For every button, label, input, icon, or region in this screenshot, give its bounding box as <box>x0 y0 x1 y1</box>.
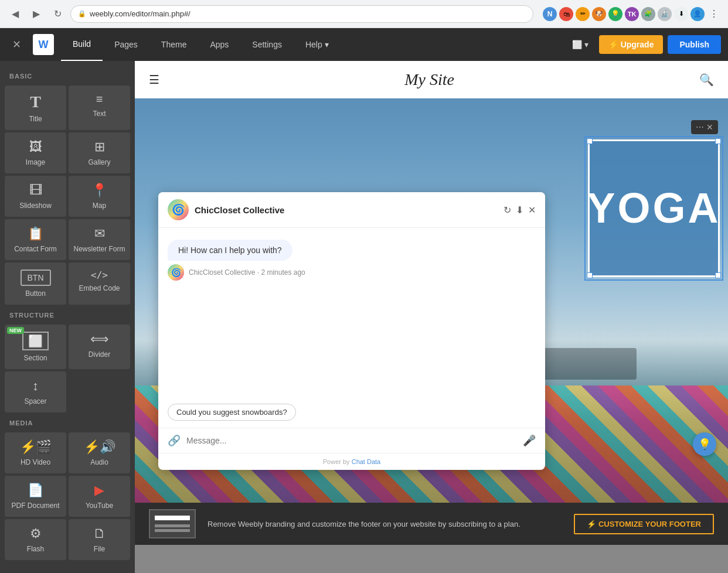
nav-close-button[interactable]: ✕ <box>7 35 26 54</box>
sidebar-item-text[interactable]: ≡ Text <box>69 86 130 130</box>
publish-button[interactable]: Publish <box>668 35 721 54</box>
spacer-icon: ↕ <box>32 378 39 394</box>
url-text: weebly.com/editor/main.php#/ <box>90 9 190 18</box>
upgrade-button[interactable]: ⚡ Upgrade <box>599 35 664 54</box>
text-icon: ≡ <box>96 93 103 106</box>
yoga-resize-handle-br[interactable] <box>715 272 721 278</box>
ext-menu: ⋮ <box>707 7 721 21</box>
nav-theme[interactable]: Theme <box>149 28 199 61</box>
customize-footer-button[interactable]: ⚡ CUSTOMIZE YOUR FOOTER <box>574 514 714 534</box>
ext-1: N <box>543 7 557 21</box>
sidebar-item-audio[interactable]: ⚡🔊 Audio <box>69 432 130 473</box>
chat-attach-button[interactable]: 🔗 <box>168 434 181 447</box>
address-bar[interactable]: 🔒 weebly.com/editor/main.php#/ <box>70 5 533 23</box>
promo-line-2 <box>155 524 190 527</box>
contact-form-icon: 📋 <box>28 226 43 241</box>
site-search-icon[interactable]: 🔍 <box>699 73 714 87</box>
info-button[interactable]: 💡 <box>693 432 716 456</box>
sidebar-item-button[interactable]: BTN Button <box>5 262 66 305</box>
nav-help[interactable]: Help ▾ <box>294 28 341 61</box>
sidebar-item-slideshow[interactable]: 🎞 Slideshow <box>5 176 66 217</box>
sidebar-item-image[interactable]: 🖼 Image <box>5 132 66 173</box>
chat-suggestion-snowboards[interactable]: Could you suggest snowboards? <box>168 404 296 421</box>
device-selector[interactable]: ⬜ ▾ <box>566 36 594 53</box>
youtube-icon: ▶ <box>94 483 104 498</box>
media-section-label: MEDIA <box>0 415 135 430</box>
chat-header: 🌀 ChicCloset Collective ↻ ⬇ ✕ <box>158 192 545 228</box>
button-label: Button <box>25 289 46 298</box>
sidebar-item-youtube[interactable]: ▶ YouTube <box>69 476 130 517</box>
nav-links: Build Pages Theme Apps Settings Help ▾ <box>61 28 566 61</box>
sidebar-item-section[interactable]: NEW ⬜ Section <box>5 325 66 369</box>
sidebar-item-file[interactable]: 🗋 File <box>69 519 130 560</box>
yoga-box-toolbar: ⋯ ✕ <box>691 120 718 134</box>
nav-settings[interactable]: Settings <box>240 28 294 61</box>
yoga-resize-handle-tl[interactable] <box>587 138 593 144</box>
sidebar-item-title[interactable]: T Title <box>5 86 66 130</box>
newsletter-form-icon: ✉ <box>94 226 105 241</box>
chat-sender-info: 🌀 ChicCloset Collective · 2 minutes ago <box>168 264 536 281</box>
flash-icon: ⚙ <box>30 526 42 541</box>
chat-greeting-bubble: Hi! How can I help you with? <box>168 240 292 261</box>
divider-icon: ⟺ <box>90 332 109 347</box>
yoga-toolbar-settings[interactable]: ⋯ <box>696 122 704 132</box>
structure-section-label: STRUCTURE <box>0 307 135 322</box>
top-nav: ✕ W Build Pages Theme Apps Settings Help… <box>0 28 728 61</box>
ext-7: 🧩 <box>641 7 655 21</box>
footer-promo-text: Remove Weebly branding and customize the… <box>207 520 562 528</box>
title-label: Title <box>29 115 42 123</box>
yoga-toolbar-close[interactable]: ✕ <box>706 122 713 132</box>
chat-input-area: 🔗 🎤 <box>158 428 545 453</box>
hd-video-label: HD Video <box>21 458 50 466</box>
pdf-document-icon: 📄 <box>28 483 43 498</box>
nav-pages[interactable]: Pages <box>103 28 149 61</box>
yoga-resize-handle-tr[interactable] <box>715 138 721 144</box>
chat-body: Hi! How can I help you with? 🌀 ChicClose… <box>158 228 545 404</box>
chat-header-actions: ↻ ⬇ ✕ <box>504 204 536 216</box>
map-label: Map <box>93 202 106 210</box>
sidebar-item-pdf-document[interactable]: 📄 PDF Document <box>5 476 66 517</box>
site-menu-icon[interactable]: ☰ <box>149 73 159 87</box>
chat-sender-text: ChicCloset Collective · 2 minutes ago <box>189 268 305 277</box>
promo-line-1 <box>155 516 190 520</box>
chat-refresh-button[interactable]: ↻ <box>504 204 511 216</box>
main-layout: BASIC T Title ≡ Text 🖼 Image <box>0 61 728 573</box>
chat-brand-name: ChicCloset Collective <box>195 205 498 215</box>
footer-promo-image <box>149 509 196 538</box>
refresh-button[interactable]: ↻ <box>49 6 66 22</box>
back-button[interactable]: ◀ <box>7 6 23 22</box>
chat-mic-button[interactable]: 🎤 <box>523 434 536 447</box>
chat-close-button[interactable]: ✕ <box>528 204 536 216</box>
gallery-icon: ⊞ <box>94 139 105 155</box>
sidebar-item-hd-video[interactable]: ⚡🎬 HD Video <box>5 432 66 473</box>
structure-grid: NEW ⬜ Section ⟺ Divider ↕ Spacer <box>0 322 135 415</box>
sidebar-item-newsletter-form[interactable]: ✉ Newsletter Form <box>69 219 130 260</box>
chat-footer-link[interactable]: Chat Data <box>352 458 381 465</box>
forward-button[interactable]: ▶ <box>28 6 45 22</box>
chat-message-input[interactable] <box>186 436 517 445</box>
sidebar-item-flash[interactable]: ⚙ Flash <box>5 519 66 560</box>
ext-2: 🛍 <box>559 7 573 21</box>
sidebar-item-embed-code[interactable]: </> Embed Code <box>69 262 130 305</box>
audio-label: Audio <box>90 458 108 466</box>
sidebar-item-spacer[interactable]: ↕ Spacer <box>5 371 66 412</box>
site-title: My Site <box>404 70 454 89</box>
image-icon: 🖼 <box>29 139 42 155</box>
lock-icon: 🔒 <box>78 10 86 18</box>
file-icon: 🗋 <box>93 526 106 541</box>
nav-apps[interactable]: Apps <box>198 28 240 61</box>
audio-icon: ⚡🔊 <box>84 439 115 455</box>
pdf-document-label: PDF Document <box>11 502 59 510</box>
section-icon: ⬜ <box>22 332 49 350</box>
nav-build[interactable]: Build <box>61 28 103 61</box>
sidebar-item-gallery[interactable]: ⊞ Gallery <box>69 132 130 173</box>
ext-3: ✏ <box>576 7 590 21</box>
ext-5: 💡 <box>608 7 622 21</box>
yoga-box[interactable]: ⋯ ✕ YOGA <box>588 139 720 277</box>
file-label: File <box>94 545 105 553</box>
sidebar-item-divider[interactable]: ⟺ Divider <box>69 325 130 369</box>
sidebar-item-map[interactable]: 📍 Map <box>69 176 130 217</box>
yoga-resize-handle-bl[interactable] <box>587 272 593 278</box>
chat-download-button[interactable]: ⬇ <box>516 204 523 216</box>
sidebar-item-contact-form[interactable]: 📋 Contact Form <box>5 219 66 260</box>
